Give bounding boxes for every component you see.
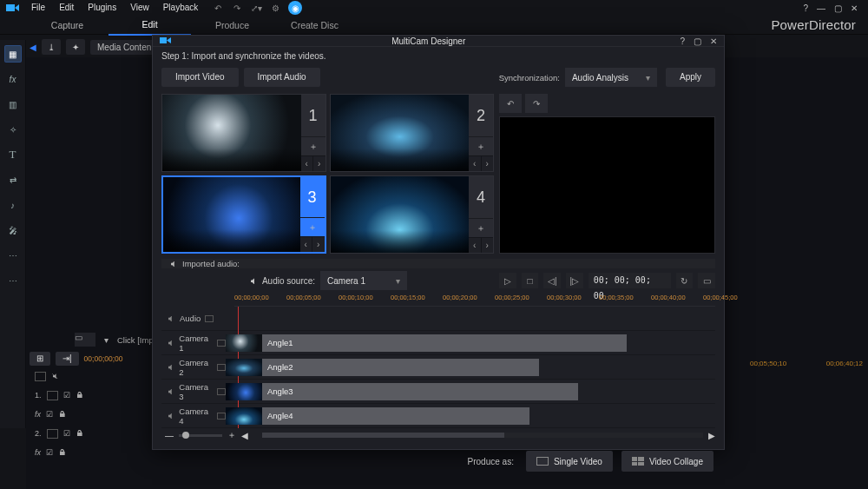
speaker-icon[interactable]: 🔈︎ (165, 387, 174, 396)
zoom-out-icon[interactable]: — (165, 431, 174, 440)
track-clip-area[interactable]: Angle2 (226, 358, 715, 377)
next-clip-icon[interactable]: › (312, 236, 325, 252)
add-camera-icon[interactable]: ＋ (301, 136, 326, 155)
track-toggle-icon[interactable] (35, 372, 46, 381)
track-clip-area[interactable] (226, 309, 715, 328)
camera-slot-4[interactable]: 4 ＋ ‹› (330, 175, 495, 254)
produce-single-video-button[interactable]: Single Video (526, 451, 613, 472)
clip[interactable]: Angle3 (226, 383, 578, 400)
clip[interactable]: Angle2 (226, 359, 539, 376)
mode-create-disc[interactable]: Create Disc (273, 16, 356, 35)
camera-slot-2[interactable]: 2 ＋ ‹› (330, 94, 495, 172)
prev-clip-icon[interactable]: ‹ (469, 155, 481, 171)
apply-button[interactable]: Apply (666, 68, 715, 87)
media-content-tab[interactable]: Media Conten (90, 40, 158, 55)
clip[interactable]: Angle4 (226, 407, 529, 425)
track-clip-area[interactable]: Angle1 (226, 334, 715, 353)
undo-icon[interactable]: ↶ (212, 2, 224, 14)
mode-capture[interactable]: Capture (26, 16, 108, 35)
media-room-icon[interactable]: ▦ (4, 45, 22, 63)
redo-button[interactable]: ↷ (525, 94, 548, 113)
maximize-icon[interactable]: ▢ (834, 3, 842, 13)
loop-button[interactable]: ↻ (676, 273, 694, 288)
track-clip-area[interactable]: Angle3 (226, 382, 715, 401)
quality-button[interactable]: ▭ (698, 273, 715, 288)
title-room-icon[interactable]: T (4, 146, 22, 163)
dialog-titlebar[interactable]: MultiCam Designer ? ▢ ✕ (153, 36, 724, 47)
folder-icon[interactable]: ▭ (75, 333, 95, 347)
mute-icon[interactable]: 🔇︎ (51, 372, 59, 380)
chapter-room-icon[interactable]: ⋯ (4, 247, 22, 264)
speaker-icon[interactable]: 🔈︎ (165, 362, 174, 372)
next-clip-icon[interactable]: › (481, 155, 494, 171)
track-toggle-icon[interactable] (217, 364, 226, 371)
mode-produce[interactable]: Produce (191, 16, 273, 35)
track-toggle-icon[interactable] (217, 413, 226, 420)
particle-room-icon[interactable]: ✧ (4, 121, 22, 138)
vis-toggle[interactable]: ☑ (46, 448, 53, 457)
redo-icon[interactable]: ↷ (231, 2, 243, 14)
clip[interactable]: Angle1 (226, 334, 627, 352)
resize-icon[interactable]: ⤢▾ (250, 2, 262, 14)
audio-room-icon[interactable]: ♪ (4, 196, 22, 214)
cloud-icon[interactable]: ◉ (288, 1, 302, 15)
next-clip-icon[interactable]: › (481, 237, 494, 253)
pip-room-icon[interactable]: ▥ (4, 96, 22, 113)
fx-room-icon[interactable]: fx (4, 70, 22, 88)
prev-clip-icon[interactable]: ‹ (469, 237, 481, 253)
prev-clip-icon[interactable]: ‹ (301, 155, 313, 171)
lock-icon[interactable]: 🔒︎ (76, 391, 83, 400)
zoom-slider[interactable] (179, 434, 222, 437)
video-track-icon[interactable] (47, 429, 58, 439)
menu-edit[interactable]: Edit (52, 0, 81, 16)
lock-icon[interactable]: 🔒︎ (76, 429, 83, 438)
vis-toggle[interactable]: ☑ (63, 391, 70, 400)
camera-slot-1[interactable]: 1 ＋ ‹› (161, 94, 326, 172)
add-camera-icon[interactable]: ＋ (469, 218, 493, 237)
sync-select[interactable]: Audio Analysis ▾ (565, 68, 657, 87)
plugin-icon[interactable]: ✦ (66, 39, 85, 55)
track-toggle-icon[interactable] (205, 315, 214, 322)
snap-icon[interactable]: ⊞ (30, 352, 50, 366)
undo-button[interactable]: ↶ (499, 94, 522, 113)
scroll-right-icon[interactable]: ▶ (708, 431, 715, 440)
menu-playback[interactable]: Playback (156, 0, 206, 16)
prev-frame-button[interactable]: ◁| (543, 273, 561, 288)
menu-view[interactable]: View (123, 0, 156, 16)
menu-file[interactable]: File (24, 0, 52, 16)
timecode-display[interactable]: 00; 00; 00; 00 (589, 273, 671, 288)
stop-button[interactable]: □ (522, 273, 539, 288)
transition-room-icon[interactable]: ⇄ (4, 171, 22, 188)
lock-icon[interactable]: 🔒︎ (58, 410, 66, 419)
prev-clip-icon[interactable]: ‹ (300, 236, 312, 252)
vis-toggle[interactable]: ☑ (46, 410, 53, 419)
help-icon[interactable]: ? (803, 3, 808, 13)
import-audio-button[interactable]: Import Audio (244, 68, 320, 87)
ripple-icon[interactable]: ⇥| (56, 352, 79, 366)
dialog-max-icon[interactable]: ▢ (694, 36, 701, 46)
track-toggle-icon[interactable] (217, 340, 226, 347)
mode-edit[interactable]: Edit (108, 15, 191, 36)
next-frame-button[interactable]: |▷ (566, 273, 583, 288)
track-clip-area[interactable]: Angle4 (226, 406, 715, 426)
preview-viewport[interactable] (499, 116, 715, 254)
add-camera-icon[interactable]: ＋ (469, 136, 493, 155)
zoom-in-icon[interactable]: ＋ (227, 429, 236, 441)
next-clip-icon[interactable]: › (312, 155, 326, 171)
minimize-icon[interactable]: — (817, 3, 825, 13)
audio-source-select[interactable]: Camera 1 ▾ (320, 271, 407, 290)
expand-icon[interactable]: ◀ (30, 43, 36, 52)
timeline-ruler[interactable]: 00;00;00;0000;00;05;0000;00;10;0000;00;1… (234, 293, 715, 307)
speaker-icon[interactable]: 🔈︎ (165, 314, 175, 323)
voiceover-room-icon[interactable]: 🎤︎ (4, 221, 22, 239)
dialog-close-icon[interactable]: ✕ (710, 36, 717, 46)
camera-slot-3[interactable]: 3 ＋ ‹› (161, 175, 326, 254)
produce-video-collage-button[interactable]: Video Collage (621, 451, 713, 472)
dialog-help-icon[interactable]: ? (680, 36, 685, 46)
folder-dropdown-icon[interactable]: ▾ (104, 335, 108, 345)
import-media-icon[interactable]: ⤓ (42, 39, 61, 55)
close-icon[interactable]: ✕ (851, 3, 858, 13)
video-track-icon[interactable] (47, 391, 58, 400)
play-button[interactable]: ▷ (499, 273, 516, 288)
track-toggle-icon[interactable] (217, 388, 226, 395)
